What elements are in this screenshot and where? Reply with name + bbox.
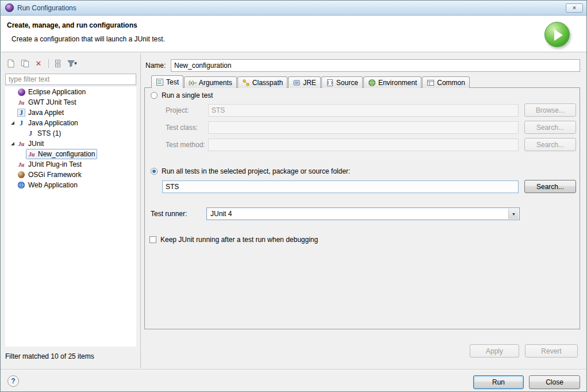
tree-item-web-application[interactable]: Web Application (5, 180, 136, 190)
test-method-input (208, 139, 519, 151)
eclipse-logo-icon (5, 3, 14, 12)
test-class-label: Test class: (166, 124, 208, 132)
eclipse-icon (17, 87, 26, 97)
run-all-project-input[interactable] (162, 180, 519, 193)
jre-icon (293, 79, 301, 87)
tab-arguments[interactable]: (x)= Arguments (184, 76, 237, 88)
run-all-tests-radio[interactable] (151, 168, 158, 175)
tree-item-java-applet[interactable]: J Java Applet (5, 107, 136, 118)
tab-common[interactable]: Common (422, 76, 470, 88)
run-configuration-icon (544, 22, 570, 47)
tab-jre[interactable]: JRE (288, 76, 321, 88)
collapse-all-button[interactable] (53, 57, 64, 69)
toolbar-separator (48, 59, 49, 68)
filter-input[interactable] (5, 74, 136, 85)
java-application-icon: J (17, 118, 26, 128)
new-launch-configuration-button[interactable] (5, 57, 17, 69)
duplicate-button[interactable] (19, 57, 30, 69)
junit-icon: Ju (17, 98, 26, 107)
tab-bar: Test (x)= Arguments Classpath JRE Source… (151, 75, 470, 88)
configurations-toolbar: ✕ ▼ (5, 57, 78, 70)
web-application-icon (17, 180, 26, 190)
window-close-button[interactable]: ✕ (566, 3, 583, 13)
name-input[interactable] (171, 59, 580, 72)
test-tab-content: Run a single test Project: Browse... Tes… (144, 87, 580, 329)
filter-button[interactable]: ▼ (67, 57, 78, 69)
java-applet-icon: J (17, 108, 26, 117)
run-configurations-dialog: Run Configurations ✕ Create, manage, and… (0, 0, 587, 392)
tree-item-eclipse-application[interactable]: Eclipse Application (5, 87, 136, 97)
test-runner-value: JUnit 4 (210, 210, 232, 218)
tab-environment[interactable]: Environment (363, 76, 421, 88)
filter-status-text: Filter matched 10 of 25 items (5, 352, 94, 360)
expand-arrow-icon[interactable] (9, 121, 17, 125)
name-row: Name: (145, 59, 580, 72)
junit-icon: Ju (17, 139, 26, 148)
browse-button: Browse... (524, 103, 576, 117)
keep-running-option: Keep JUnit running after a test run when… (149, 236, 318, 244)
delete-icon: ✕ (36, 59, 42, 68)
window-title: Run Configurations (17, 4, 76, 12)
expand-arrow-icon[interactable] (9, 142, 17, 145)
project-label: Project: (166, 106, 208, 114)
tab-test[interactable]: Test (151, 75, 183, 88)
project-input (208, 104, 519, 117)
duplicate-icon (21, 59, 29, 68)
play-icon (554, 29, 563, 41)
tree-item-new-configuration[interactable]: Ju New_configuration (5, 149, 136, 159)
dropdown-arrow-icon: ▼ (74, 61, 78, 66)
run-all-tests-option: Run all tests in the selected project, p… (151, 167, 350, 175)
common-icon (427, 79, 435, 87)
help-button[interactable]: ? (7, 375, 19, 387)
classpath-icon (242, 79, 250, 87)
tree-item-sts[interactable]: J STS (1) (5, 128, 136, 139)
run-button[interactable]: Run (473, 375, 524, 389)
run-all-row: Search... (162, 180, 576, 193)
arguments-icon: (x)= (189, 80, 197, 86)
header-banner: Create, manage, and run configurations C… (1, 16, 586, 52)
configuration-editor: Name: Test (x)= Arguments Classpath JRE (144, 56, 580, 367)
keep-running-checkbox[interactable] (149, 236, 156, 243)
banner-title: Create, manage, and run configurations (7, 21, 137, 29)
apply-button: Apply (470, 344, 519, 358)
test-method-search-button: Search... (524, 138, 576, 151)
run-all-search-button[interactable]: Search... (524, 180, 576, 193)
test-icon (156, 78, 164, 86)
tree-item-osgi-framework[interactable]: OSGi Framework (5, 170, 136, 180)
test-runner-select[interactable]: JUnit 4 ▼ (206, 207, 520, 220)
footer-separator (1, 369, 586, 370)
tab-classpath[interactable]: Classpath (237, 76, 287, 88)
environment-icon (368, 79, 376, 87)
delete-button[interactable]: ✕ (33, 57, 44, 69)
run-single-test-radio[interactable] (151, 92, 158, 99)
test-class-search-button: Search... (524, 121, 576, 134)
java-application-icon: J (26, 129, 35, 138)
new-launch-configuration-icon (7, 59, 15, 68)
tree-item-gwt-junit-test[interactable]: Ju GWT JUnit Test (5, 97, 136, 107)
selected-item-highlight: Ju New_configuration (26, 149, 97, 159)
combo-arrow-icon: ▼ (508, 209, 519, 219)
run-single-test-option: Run a single test (151, 91, 213, 99)
test-method-row: Test method: Search... (166, 138, 577, 151)
test-class-row: Test class: Search... (166, 121, 577, 134)
junit-plugin-icon: Ju (17, 160, 26, 169)
source-icon (326, 79, 334, 87)
tree-item-junit-plugin-test[interactable]: Ju JUnit Plug-in Test (5, 159, 136, 170)
tree-item-junit[interactable]: Ju JUnit (5, 139, 136, 149)
configurations-tree: Eclipse Application Ju GWT JUnit Test J … (5, 87, 136, 347)
titlebar[interactable]: Run Configurations ✕ (1, 1, 586, 16)
banner-subtitle: Create a configuration that will launch … (11, 35, 165, 43)
close-button[interactable]: Close (529, 375, 580, 389)
name-label: Name: (145, 62, 171, 70)
tab-source[interactable]: Source (321, 76, 363, 88)
panel-divider[interactable] (140, 53, 141, 368)
help-icon: ? (11, 377, 15, 385)
test-method-label: Test method: (166, 141, 208, 149)
revert-button: Revert (525, 344, 578, 358)
test-class-input (208, 121, 519, 134)
close-icon: ✕ (572, 5, 577, 11)
test-runner-label: Test runner: (151, 210, 187, 218)
osgi-icon (17, 170, 26, 179)
tree-item-java-application[interactable]: J Java Application (5, 118, 136, 128)
project-row: Project: Browse... (166, 103, 577, 117)
